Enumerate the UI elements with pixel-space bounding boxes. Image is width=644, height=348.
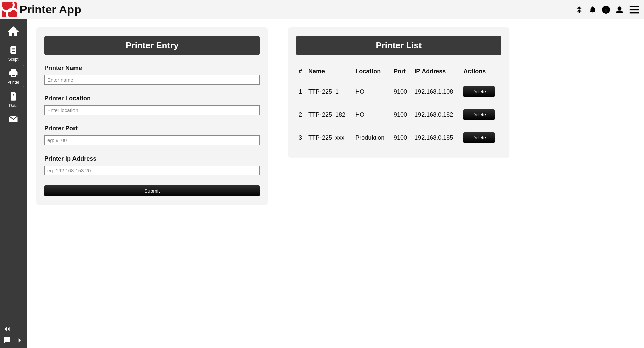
printer-ip-input[interactable]	[44, 166, 260, 175]
cell-actions: Delete	[461, 126, 501, 150]
svg-rect-6	[630, 12, 639, 13]
delete-button[interactable]: Delete	[463, 132, 494, 143]
svg-rect-10	[12, 51, 15, 52]
cell-name: TTP-225_1	[306, 80, 353, 103]
svg-rect-8	[12, 48, 15, 49]
bell-icon[interactable]	[588, 5, 597, 14]
cell-location: Produktion	[353, 126, 391, 150]
printer-name-input[interactable]	[44, 75, 260, 85]
cell-actions: Delete	[461, 80, 501, 103]
cell-ip: 192.168.0.185	[412, 126, 461, 150]
delete-button[interactable]: Delete	[463, 86, 494, 97]
col-port: Port	[391, 65, 412, 80]
printer-name-label: Printer Name	[44, 65, 260, 72]
cell-location: HO	[353, 80, 391, 103]
cell-name: TTP-225_182	[306, 103, 353, 126]
cell-ip: 192.168.0.182	[412, 103, 461, 126]
col-ip: IP Address	[412, 65, 461, 80]
svg-rect-5	[630, 9, 639, 10]
chevron-right-icon[interactable]	[15, 336, 24, 345]
sidebar-item-mail[interactable]	[3, 111, 24, 127]
cell-ip: 192.168.1.108	[412, 80, 461, 103]
svg-point-3	[618, 6, 622, 10]
main-content: Printer Entry Printer Name Printer Locat…	[27, 19, 644, 348]
info-icon[interactable]	[602, 5, 610, 14]
svg-rect-9	[12, 50, 15, 50]
app-title: Printer App	[19, 3, 81, 16]
col-actions: Actions	[461, 65, 501, 80]
chat-icon[interactable]	[3, 336, 11, 345]
menu-icon[interactable]	[629, 4, 640, 15]
sidebar-item-printer[interactable]: Printer	[3, 65, 24, 87]
sidebar-item-data[interactable]: Data	[3, 89, 24, 110]
svg-rect-2	[606, 7, 606, 8]
collapse-icon[interactable]	[3, 325, 11, 333]
user-icon[interactable]	[615, 5, 624, 14]
mail-icon	[8, 114, 18, 124]
app-logo-icon	[2, 2, 17, 17]
printer-ip-label: Printer Ip Address	[44, 155, 260, 162]
top-bar: Printer App	[0, 0, 644, 19]
sidebar-item-script[interactable]: Script	[3, 42, 24, 64]
cell-location: HO	[353, 103, 391, 126]
printer-table: # Name Location Port IP Address Actions …	[296, 65, 501, 149]
submit-button[interactable]: Submit	[44, 185, 260, 196]
printer-icon	[8, 68, 18, 78]
table-row: 3TTP-225_xxxProduktion9100192.168.0.185D…	[296, 126, 501, 150]
sidebar-item-label: Data	[3, 103, 24, 108]
svg-rect-4	[630, 6, 639, 7]
script-icon	[8, 45, 18, 55]
table-row: 1TTP-225_1HO9100192.168.1.108Delete	[296, 80, 501, 103]
cell-actions: Delete	[461, 103, 501, 126]
table-row: 2TTP-225_182HO9100192.168.0.182Delete	[296, 103, 501, 126]
col-location: Location	[353, 65, 391, 80]
cell-port: 9100	[391, 103, 412, 126]
cell-num: 3	[296, 126, 306, 150]
cell-port: 9100	[391, 126, 412, 150]
sidebar-item-label: Script	[3, 57, 24, 62]
printer-list-card: Printer List # Name Location Port IP Add…	[288, 27, 509, 157]
svg-rect-1	[606, 9, 606, 12]
svg-rect-11	[11, 92, 16, 101]
cell-num: 1	[296, 80, 306, 103]
delete-button[interactable]: Delete	[463, 109, 494, 120]
col-num: #	[296, 65, 306, 80]
printer-location-label: Printer Location	[44, 95, 260, 102]
col-name: Name	[306, 65, 353, 80]
printer-port-input[interactable]	[44, 135, 260, 145]
sidebar-item-label: Printer	[3, 80, 24, 85]
sidebar-item-home[interactable]	[3, 23, 24, 41]
cell-num: 2	[296, 103, 306, 126]
cell-name: TTP-225_xxx	[306, 126, 353, 150]
home-icon	[7, 25, 19, 38]
printer-port-label: Printer Port	[44, 125, 260, 132]
sidebar: Script Printer Data	[0, 19, 27, 348]
entry-card-title: Printer Entry	[44, 36, 260, 55]
printer-location-input[interactable]	[44, 105, 260, 115]
cell-port: 9100	[391, 80, 412, 103]
scroll-top-icon[interactable]	[575, 5, 584, 14]
printer-entry-card: Printer Entry Printer Name Printer Locat…	[36, 27, 268, 205]
svg-rect-12	[13, 94, 14, 96]
list-card-title: Printer List	[296, 36, 501, 55]
topbar-actions	[575, 4, 640, 15]
table-header-row: # Name Location Port IP Address Actions	[296, 65, 501, 80]
data-icon	[8, 91, 18, 101]
